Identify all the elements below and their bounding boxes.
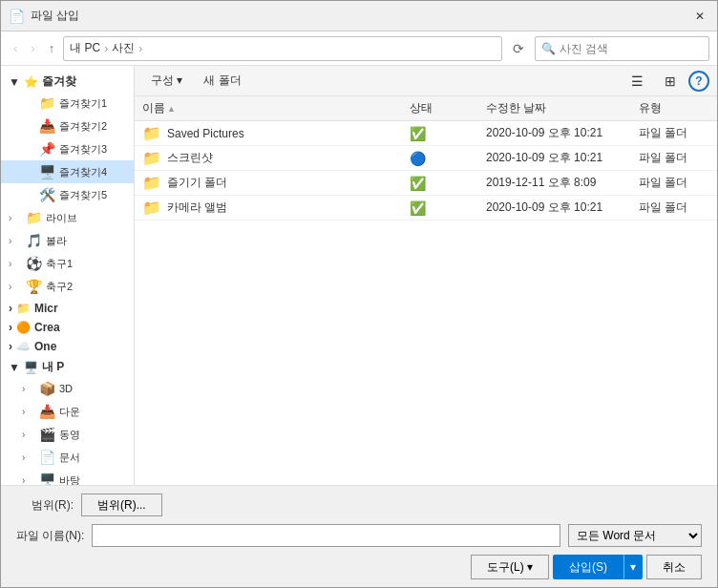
breadcrumb-photos: 사진	[112, 40, 135, 56]
chevron-right-icon: ›	[9, 340, 12, 353]
pc-icon: 🖥️	[24, 361, 38, 374]
table-row[interactable]: 📁 즐기기 폴더 ✅ 2019-12-11 오후 8:09 파일 폴더	[135, 171, 717, 196]
sidebar-item-5[interactable]: 🛠️ 즐겨찾기5	[1, 183, 134, 206]
filetype-select[interactable]: 모든 Word 문서 Word 문서 PDF 모든 파일	[568, 524, 702, 547]
sidebar-onedrive-label: One	[34, 340, 56, 353]
sidebar-item-soccer2[interactable]: › 🏆 축구2	[1, 275, 134, 298]
header-status[interactable]: 상태	[410, 100, 486, 116]
filename-label: 파일 이름(N):	[16, 528, 84, 544]
refresh-button[interactable]: ⟳	[506, 38, 531, 59]
3d-icon: 📦	[39, 381, 55, 396]
search-icon: 🔍	[541, 42, 556, 55]
file-name: 스크린샷	[167, 150, 213, 166]
sidebar-favorites-text: 즐겨찾	[42, 74, 76, 90]
sidebar-section-creative[interactable]: › 🟠 Crea	[1, 317, 134, 336]
file-list: 이름 ▲ 상태 수정한 날짜 유형 크기 📁 Saved Pictures ✅ …	[135, 96, 717, 485]
doc-icon: 📄	[39, 450, 55, 465]
action-row: 도구(L) ▾ 삽입(S) ▾ 취소	[16, 555, 702, 579]
insert-dropdown-button[interactable]: ▾	[623, 555, 643, 579]
dialog-title: 파일 삽입	[31, 8, 79, 24]
status-ok-icon: ✅	[410, 200, 426, 216]
folder-icon: 📁	[142, 199, 161, 217]
tool-button[interactable]: 도구(L) ▾	[471, 555, 549, 579]
range-row: 범위(R): 범위(R)...	[16, 494, 702, 516]
sidebar-item-4[interactable]: 🖥️ 즐겨찾기4	[1, 160, 134, 183]
forward-button[interactable]: ›	[26, 38, 39, 58]
expander-icon: ›	[22, 452, 35, 463]
sidebar-item-1[interactable]: 📁 즐겨찾기1	[1, 92, 134, 115]
status-ok-icon: ✅	[410, 126, 426, 141]
header-modified[interactable]: 수정한 날짜	[486, 100, 639, 116]
sidebar-item-live[interactable]: › 📁 라이브	[1, 206, 134, 229]
expander-icon: ›	[9, 236, 22, 246]
view-toggle-button[interactable]: ⊞	[656, 71, 685, 92]
sidebar-creative-label: Crea	[34, 321, 60, 334]
table-row[interactable]: 📁 카메라 앨범 ✅ 2020-10-09 오후 10:21 파일 폴더	[135, 196, 717, 220]
range-button[interactable]: 범위(R)...	[81, 494, 162, 516]
dialog-icon: 📄	[9, 9, 25, 24]
help-button[interactable]: ?	[688, 71, 709, 92]
trophy-icon: 🏆	[26, 279, 42, 294]
new-folder-button[interactable]: 새 폴더	[195, 70, 249, 92]
up-button[interactable]: ↑	[44, 38, 60, 58]
sidebar-item-documents[interactable]: › 📄 문서	[1, 446, 134, 469]
sidebar-item-soccer1[interactable]: › ⚽ 축구1	[1, 252, 134, 275]
sidebar-item-vola[interactable]: › 🎵 볼라	[1, 229, 134, 252]
breadcrumb[interactable]: 내 PC › 사진 ›	[63, 36, 502, 61]
file-type: 파일 폴더	[639, 125, 717, 141]
expander-icon: ›	[22, 430, 35, 440]
sidebar-item-3d[interactable]: › 📦 3D	[1, 377, 134, 400]
pin-icon: 📌	[39, 141, 55, 157]
title-bar-controls: ✕	[690, 7, 709, 26]
folder-icon: 📁	[142, 124, 161, 142]
sidebar: ▼ ⭐ 즐겨찾 📁 즐겨찾기1 📥 즐겨찾기2 📌 즐겨찾기3 �	[1, 66, 135, 485]
search-input[interactable]	[560, 42, 703, 55]
file-modified: 2020-10-09 오후 10:21	[486, 150, 639, 166]
cancel-button[interactable]: 취소	[646, 555, 702, 579]
back-button[interactable]: ‹	[9, 38, 22, 58]
download-icon: 📥	[39, 404, 55, 419]
sidebar-item-2[interactable]: 📥 즐겨찾기2	[1, 115, 134, 137]
header-type[interactable]: 유형	[639, 100, 717, 116]
file-modified: 2019-12-11 오후 8:09	[486, 175, 639, 191]
file-modified: 2020-10-09 오후 10:21	[486, 125, 639, 141]
content-toolbar: 구성 ▾ 새 폴더 ☰ ⊞ ?	[135, 66, 717, 96]
sidebar-item-videos[interactable]: › 🎬 동영	[1, 423, 134, 446]
main-area: ▼ ⭐ 즐겨찾 📁 즐겨찾기1 📥 즐겨찾기2 📌 즐겨찾기3 �	[1, 66, 717, 485]
expander-icon: ›	[22, 475, 35, 486]
insert-button[interactable]: 삽입(S)	[553, 555, 623, 579]
chevron-down-icon: ▼	[9, 75, 20, 89]
search-box[interactable]: 🔍	[535, 36, 709, 61]
filename-input-wrap	[92, 524, 560, 547]
sidebar-section-onedrive[interactable]: › ☁️ One	[1, 336, 134, 355]
file-type: 파일 폴더	[639, 175, 717, 191]
file-name: 즐기기 폴더	[167, 175, 227, 191]
sidebar-section-pc[interactable]: ▼ 🖥️ 내 P	[1, 355, 134, 377]
expander-icon: ›	[9, 259, 22, 269]
bottom-area: 범위(R): 범위(R)... 파일 이름(N): 모든 Word 문서 Wor…	[1, 485, 717, 587]
expander-icon: ›	[9, 282, 22, 292]
desktop-icon: 🖥️	[39, 164, 55, 179]
content-area: 구성 ▾ 새 폴더 ☰ ⊞ ? 이름 ▲ 상태 수정한 날짜 유형 크기	[135, 66, 717, 485]
expander-icon: ›	[22, 384, 35, 394]
sidebar-item-3[interactable]: 📌 즐겨찾기3	[1, 137, 134, 160]
sidebar-section-favorites[interactable]: ▼ ⭐ 즐겨찾	[1, 70, 134, 92]
table-row[interactable]: 📁 Saved Pictures ✅ 2020-10-09 오후 10:21 파…	[135, 121, 717, 146]
sidebar-item-downloads[interactable]: › 📥 다운	[1, 400, 134, 423]
file-name: Saved Pictures	[167, 127, 244, 140]
filename-input[interactable]	[92, 524, 560, 547]
sidebar-section-microsoft[interactable]: › 📁 Micr	[1, 298, 134, 317]
table-row[interactable]: 📁 스크린샷 🔵 2020-10-09 오후 10:21 파일 폴더	[135, 146, 717, 171]
chevron-down-icon: ▼	[9, 361, 20, 374]
dialog-window: 📄 파일 삽입 ✕ ‹ › ↑ 내 PC › 사진 › ⟳ 🔍 ▼ ⭐	[0, 0, 718, 588]
sidebar-item-desktop[interactable]: › 🖥️ 바탕	[1, 469, 134, 485]
video-icon: 🎬	[39, 427, 55, 442]
organize-button[interactable]: 구성 ▾	[142, 70, 191, 92]
file-name: 카메라 앨범	[167, 200, 227, 216]
view-options-button[interactable]: ☰	[623, 71, 652, 92]
music-icon: 🎵	[26, 233, 42, 248]
sidebar-favorites-label: ⭐	[24, 75, 38, 89]
close-button[interactable]: ✕	[690, 7, 709, 26]
header-name[interactable]: 이름 ▲	[142, 100, 410, 116]
range-label: 범위(R):	[16, 497, 74, 514]
